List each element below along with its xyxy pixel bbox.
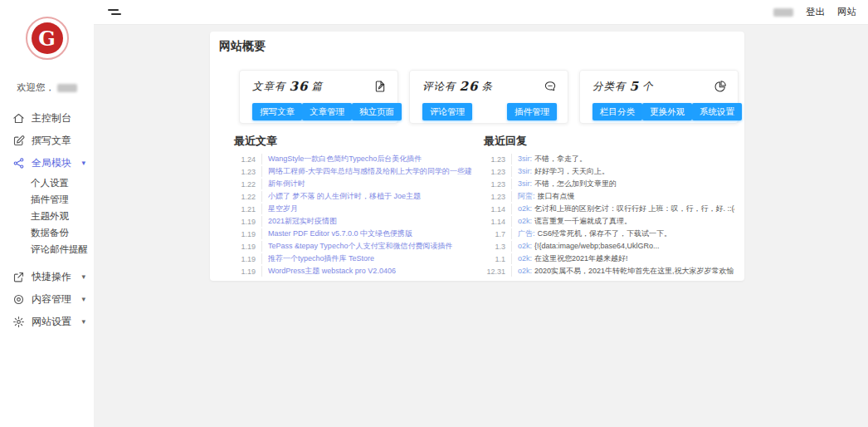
home-icon: [12, 112, 25, 125]
manage-categories-button[interactable]: 栏目分类: [592, 103, 642, 120]
sidebar-item-label: 撰写文章: [32, 134, 71, 148]
recent-reply-row: 1.233sir:不错，怎么加到文章里的: [484, 178, 734, 190]
manage-posts-button[interactable]: 文章管理: [302, 103, 352, 120]
welcome-prefix: 欢迎您，: [17, 81, 55, 94]
menu-toggle-icon[interactable]: [108, 9, 121, 15]
lists-row: 最近文章 1.24WangStyle一款白色简约Typecho后台美化插件1.2…: [234, 135, 734, 277]
post-body: 2021新冠实时疫情图: [261, 216, 337, 227]
reply-author-link[interactable]: 3sir:: [518, 154, 532, 164]
edit-icon: [12, 135, 25, 147]
reply-text: 在这里祝您2021年越来越好!: [534, 253, 628, 264]
stat-buttons: 撰写文章文章管理独立页面: [252, 103, 387, 120]
reply-body: o2k:谎言重复一千遍就成了真理。: [511, 216, 631, 227]
reply-body: 3sir:不错，怎么加到文章里的: [511, 179, 617, 189]
reply-text: {!{data:image/webp;base64,UklGRo...: [534, 241, 660, 252]
site-link[interactable]: 网站: [837, 6, 856, 18]
manage-plugins-button[interactable]: 插件管理: [507, 103, 557, 120]
recent-post-row: 1.19WordPress主题 webstack pro V2.0406: [234, 265, 471, 277]
stat-unit: 个: [642, 80, 654, 94]
sidebar-item-quick-actions[interactable]: 快捷操作▾: [0, 266, 94, 288]
post-date: 1.22: [234, 193, 256, 201]
reply-body: 3sir:好好学习，天天向上。: [511, 166, 609, 177]
post-link[interactable]: WordPress主题 webstack pro V2.0406: [268, 266, 396, 277]
sidebar-item-site-settings[interactable]: 网站设置▾: [0, 311, 94, 333]
recent-reply-row: 1.233sir:不错，拿走了。: [484, 153, 734, 165]
sidebar-subitem-personal-settings[interactable]: 个人设置: [0, 174, 94, 191]
sidebar-item-write-post[interactable]: 撰写文章: [0, 130, 94, 152]
stat-card: 评论有26条评论管理插件管理: [409, 70, 568, 124]
chevron-down-icon: ▾: [81, 318, 85, 326]
manage-pages-button[interactable]: 独立页面: [352, 103, 402, 120]
recent-post-row: 1.21星空岁月: [234, 203, 471, 215]
recent-post-row: 1.192021新冠实时疫情图: [234, 215, 471, 228]
post-date: 1.24: [234, 155, 256, 164]
sidebar-subitem-plugin-management[interactable]: 插件管理: [0, 191, 94, 208]
stat-prefix: 评论有: [422, 80, 456, 94]
reply-author-link[interactable]: 3sir:: [518, 166, 532, 177]
site-logo: G: [26, 17, 69, 60]
logout-link[interactable]: 登出: [806, 6, 825, 18]
post-link[interactable]: WangStyle一款白色简约Typecho后台美化插件: [268, 154, 422, 164]
recent-reply-row: 1.14o2k:乞讨和上班的区别乞讨：叹行行好 上班：叹，行，行，好. ::(心…: [484, 203, 734, 215]
post-link[interactable]: 小嫖了 梦不落 的人生倒计时，移植于 Joe主题: [268, 191, 421, 202]
reply-author-link[interactable]: 广告:: [518, 228, 535, 239]
recent-reply-row: 1.1o2k:在这里祝您2021年越来越好!: [484, 253, 734, 265]
external-link-icon: [12, 271, 25, 283]
masked-username: [773, 8, 793, 17]
manage-comments-button[interactable]: 评论管理: [422, 103, 472, 120]
recent-replies-title: 最近回复: [484, 135, 734, 146]
share-nodes-icon: [12, 157, 25, 169]
reply-date: 1.14: [484, 218, 505, 226]
recent-post-row: 1.19TePass &tepay Typecho个人支付宝和微信付费阅读插件: [234, 240, 471, 253]
post-link[interactable]: 网络工程师-大学四年总结与感悟及给刚上大学的同学的一些建议: [268, 166, 471, 177]
post-link[interactable]: Master PDF Editor v5.7.0.0 中文绿色便携版: [268, 228, 412, 239]
post-date: 1.23: [234, 168, 256, 176]
reply-text: 谎言重复一千遍就成了真理。: [534, 216, 631, 227]
change-theme-button[interactable]: 更换外观: [642, 103, 692, 120]
recent-reply-row: 12.31o2k:2020实属不易，2021牛转乾坤首先在这里,祝大家岁岁常欢愉…: [484, 265, 734, 277]
reply-author-link[interactable]: o2k:: [518, 266, 532, 277]
reply-date: 12.31: [484, 267, 505, 276]
post-body: WangStyle一款白色简约Typecho后台美化插件: [261, 154, 422, 164]
post-link[interactable]: 新年倒计时: [268, 179, 305, 189]
reply-text: 不错，怎么加到文章里的: [534, 179, 617, 189]
post-date: 1.19: [234, 267, 256, 276]
post-date: 1.21: [234, 205, 256, 214]
post-link[interactable]: 星空岁月: [268, 204, 298, 214]
post-link[interactable]: TePass &tepay Typecho个人支付宝和微信付费阅读插件: [268, 241, 452, 252]
stat-count: 5: [630, 79, 639, 94]
recent-post-row: 1.19Master PDF Editor v5.7.0.0 中文绿色便携版: [234, 228, 471, 240]
reply-author-link[interactable]: o2k:: [518, 216, 532, 227]
post-body: 新年倒计时: [261, 179, 305, 189]
post-link[interactable]: 推荐一个typecho插件库 TeStore: [268, 253, 374, 264]
sidebar-item-content-management[interactable]: 内容管理▾: [0, 288, 94, 311]
sidebar-item-label: 全局模块: [32, 156, 71, 170]
reply-author-link[interactable]: o2k:: [518, 241, 532, 252]
chevron-down-icon: ▾: [81, 273, 85, 281]
stat-buttons: 评论管理插件管理: [422, 103, 557, 120]
sidebar-item-dashboard[interactable]: 主控制台: [0, 107, 94, 130]
reply-text: 乞讨和上班的区别乞讨：叹行行好 上班：叹，行，行，好. ::(心碎): [534, 204, 734, 214]
topbar-right: 登出 网站: [773, 6, 856, 18]
reply-author-link[interactable]: o2k:: [518, 204, 532, 214]
sidebar-item-label: 网站设置: [32, 315, 71, 329]
write-post-button[interactable]: 撰写文章: [252, 103, 302, 120]
post-body: TePass &tepay Typecho个人支付宝和微信付费阅读插件: [261, 241, 452, 252]
reply-author-link[interactable]: o2k:: [518, 253, 532, 264]
sidebar-subitem-data-backup[interactable]: 数据备份: [0, 224, 94, 241]
topbar: 登出 网站: [94, 0, 868, 25]
recent-post-row: 1.22小嫖了 梦不落 的人生倒计时，移植于 Joe主题: [234, 190, 471, 203]
reply-text: CS6经常死机，保存不了，下载试一下。: [538, 228, 672, 239]
system-settings-button[interactable]: 系统设置: [692, 103, 742, 120]
reply-date: 1.23: [484, 155, 505, 164]
reply-author-link[interactable]: 3sir:: [518, 179, 532, 189]
post-date: 1.19: [234, 243, 256, 251]
stat-summary: 评论有26条: [422, 79, 557, 94]
sidebar-subitem-comment-mail-notify[interactable]: 评论邮件提醒: [0, 241, 94, 258]
welcome-text: 欢迎您，: [0, 81, 94, 94]
reply-author-link[interactable]: 阿蛮:: [518, 191, 535, 202]
post-link[interactable]: 2021新冠实时疫情图: [268, 216, 337, 227]
sidebar-subitem-theme-appearance[interactable]: 主题外观: [0, 208, 94, 224]
sidebar-item-global-modules[interactable]: 全局模块▾: [0, 152, 94, 174]
menu-toggle-bar: [108, 9, 119, 11]
